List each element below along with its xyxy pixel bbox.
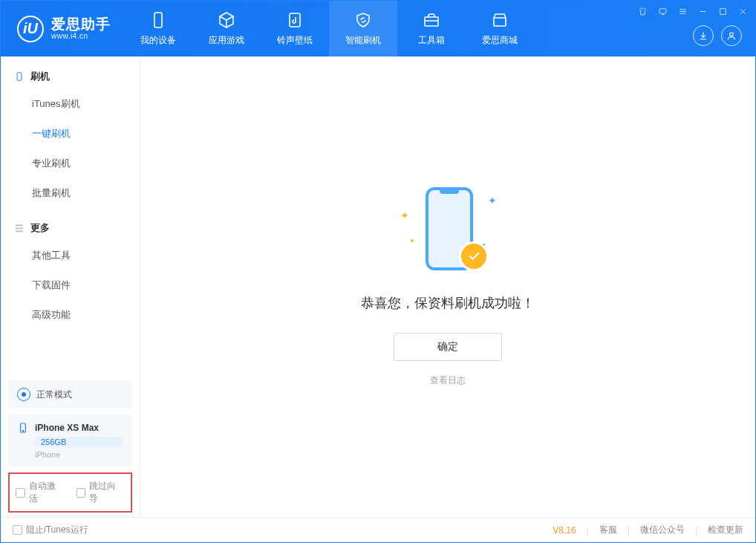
checkbox-label: 自动激活 (29, 480, 65, 505)
tab-label: 智能刷机 (345, 34, 381, 47)
device-storage-badge: 256GB (33, 437, 123, 447)
sidebar-item-batch-flash[interactable]: 批量刷机 (1, 178, 140, 208)
device-phone-icon (17, 422, 29, 434)
more-icon: ☰ (14, 223, 25, 233)
download-button[interactable] (693, 25, 714, 46)
sidebar-item-pro-flash[interactable]: 专业刷机 (1, 149, 140, 178)
separator: | (628, 525, 630, 536)
svg-rect-3 (494, 18, 506, 26)
sidebar-section-more: ☰ 更多 (1, 208, 140, 241)
svg-rect-1 (290, 13, 300, 27)
checkbox-label: 阻止iTunes运行 (26, 524, 88, 536)
sidebar-section-label: 刷机 (30, 70, 50, 83)
tab-label: 工具箱 (418, 34, 445, 47)
svg-rect-5 (720, 9, 726, 15)
sidebar-section-label: 更多 (30, 221, 50, 235)
main-content: ✦ ✦ 恭喜您，保资料刷机成功啦！ 确定 查看日志 (140, 56, 755, 517)
svg-rect-2 (425, 17, 438, 26)
checkbox-icon (76, 488, 86, 498)
tab-label: 铃声壁纸 (277, 34, 313, 47)
sidebar-item-itunes-flash[interactable]: iTunes刷机 (1, 89, 140, 119)
svg-rect-0 (154, 13, 162, 27)
tab-label: 我的设备 (140, 34, 176, 47)
check-badge-icon (461, 244, 486, 269)
tab-my-device[interactable]: 我的设备 (124, 1, 192, 56)
window-controls (638, 7, 748, 19)
title-bar: iU 爱思助手 www.i4.cn 我的设备 应用游戏 铃声壁纸 智能刷机 工具… (1, 1, 755, 56)
checkbox-icon (13, 525, 22, 535)
sidebar-item-oneclick-flash[interactable]: 一键刷机 (1, 119, 140, 149)
close-icon[interactable] (738, 7, 748, 19)
tab-store[interactable]: 爱思商城 (466, 1, 534, 56)
minimize-icon[interactable] (698, 7, 708, 19)
device-flash-icon (14, 71, 25, 82)
svg-point-9 (22, 430, 23, 431)
separator: | (695, 525, 697, 536)
checkbox-skip-guide[interactable]: 跳过向导 (76, 480, 126, 505)
sparkle-icon: ✦ (400, 209, 409, 221)
sidebar-item-download-firmware[interactable]: 下载固件 (1, 270, 140, 300)
version-label: V8.16 (553, 525, 576, 536)
device-type: iPhone (35, 450, 123, 459)
sidebar-item-advanced[interactable]: 高级功能 (1, 300, 140, 330)
logo-icon: iU (17, 16, 44, 42)
checkbox-label: 跳过向导 (89, 480, 125, 505)
checkbox-icon (16, 488, 25, 498)
music-file-icon (285, 10, 304, 30)
cube-icon (217, 10, 236, 30)
titlebar-round-buttons (693, 25, 742, 46)
svg-point-6 (730, 33, 734, 36)
mode-status-label: 正常模式 (36, 388, 72, 401)
feedback-icon[interactable] (658, 7, 668, 19)
menu-icon[interactable] (678, 7, 688, 19)
app-url: www.i4.cn (51, 32, 111, 40)
phone-icon (149, 10, 168, 30)
app-name: 爱思助手 (51, 17, 111, 33)
svg-rect-4 (659, 9, 666, 13)
main-tabs: 我的设备 应用游戏 铃声壁纸 智能刷机 工具箱 爱思商城 (124, 1, 534, 56)
app-logo: iU 爱思助手 www.i4.cn (1, 16, 124, 42)
mode-status-card[interactable]: 正常模式 (8, 380, 132, 409)
sidebar-section-flash: 刷机 (1, 56, 140, 89)
store-icon (490, 10, 509, 30)
dot-icon (482, 244, 485, 247)
device-name: iPhone XS Max (35, 423, 99, 433)
checkbox-block-itunes[interactable]: 阻止iTunes运行 (13, 524, 88, 536)
tab-toolbox[interactable]: 工具箱 (397, 1, 466, 56)
status-dot-icon (17, 388, 30, 401)
flash-options-highlight: 自动激活 跳过向导 (8, 472, 132, 513)
tab-ringtones[interactable]: 铃声壁纸 (261, 1, 329, 56)
success-illustration: ✦ ✦ (396, 187, 500, 276)
dot-icon (411, 239, 414, 242)
maximize-icon[interactable] (718, 7, 728, 19)
tab-smart-flash[interactable]: 智能刷机 (329, 1, 397, 56)
sparkle-icon: ✦ (488, 195, 497, 207)
tab-label: 应用游戏 (209, 34, 244, 47)
check-update-link[interactable]: 检查更新 (708, 524, 743, 536)
sidebar-item-other-tools[interactable]: 其他工具 (1, 241, 140, 270)
separator: | (587, 525, 589, 536)
ok-button[interactable]: 确定 (394, 333, 502, 361)
device-card[interactable]: iPhone XS Max 256GB iPhone (8, 414, 132, 466)
svg-rect-7 (17, 73, 22, 81)
support-link[interactable]: 客服 (599, 524, 617, 536)
sidebar: 刷机 iTunes刷机 一键刷机 专业刷机 批量刷机 ☰ 更多 其他工具 下载固… (1, 56, 140, 517)
toolbox-icon (422, 10, 441, 30)
wechat-link[interactable]: 微信公众号 (640, 524, 685, 536)
skin-icon[interactable] (638, 7, 648, 19)
shield-refresh-icon (353, 10, 373, 30)
view-log-link[interactable]: 查看日志 (430, 374, 466, 387)
tab-apps-games[interactable]: 应用游戏 (192, 1, 261, 56)
checkbox-auto-activate[interactable]: 自动激活 (16, 480, 65, 505)
account-button[interactable] (721, 25, 742, 46)
tab-label: 爱思商城 (482, 34, 518, 47)
status-bar: 阻止iTunes运行 V8.16 | 客服 | 微信公众号 | 检查更新 (1, 517, 755, 542)
success-message: 恭喜您，保资料刷机成功啦！ (361, 294, 535, 312)
